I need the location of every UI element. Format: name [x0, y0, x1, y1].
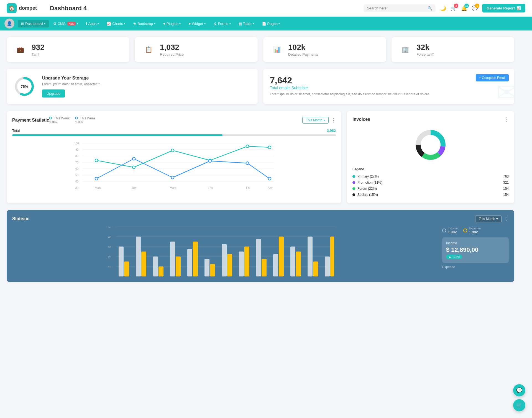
nav-item-forms[interactable]: 🖨 Forms ▾	[210, 20, 234, 27]
nav-apps-label: Apps	[88, 22, 97, 26]
nav-item-bootstrap[interactable]: ★ Bootstrap ▾	[130, 20, 159, 27]
generate-report-button[interactable]: Generate Report 📊	[482, 4, 525, 12]
forms-icon: 🖨	[213, 22, 217, 26]
total-bar-fill	[12, 134, 222, 136]
widget-icon: ♥	[188, 22, 191, 26]
shop-badge: 2	[454, 4, 458, 8]
income-legend: Income 1.982	[442, 227, 458, 234]
nav-item-widget[interactable]: ♥ Widget ▾	[185, 20, 209, 27]
required-price-label: Required Price	[160, 52, 184, 57]
nav-item-charts[interactable]: 📈 Charts ▾	[103, 20, 129, 27]
nav-item-pages[interactable]: 📄 Pages ▾	[259, 20, 283, 27]
header: 🏠 dompet Dashboard 4 🔍 🌙 🛒 2 🔔 12 💬 5 Ge…	[0, 0, 532, 17]
search-icon: 🔍	[428, 6, 432, 11]
statistic-controls: This Month ▾ ⋮	[475, 216, 509, 222]
tariff-value: 932	[32, 43, 45, 52]
search-bar[interactable]: 🔍	[364, 4, 436, 12]
legend-this-week-1: This Week 1.982	[49, 116, 70, 124]
logo-text: dompet	[19, 5, 37, 11]
stat-card-payments: 📊 102k Detalled Payments	[263, 37, 386, 62]
search-input[interactable]	[367, 6, 425, 10]
shop-icon-btn[interactable]: 🛒 2	[451, 5, 457, 11]
payment-chart-header: Payment Statistic This Week 1.982 This W…	[12, 116, 336, 124]
svg-rect-72	[308, 237, 313, 276]
storage-donut: 75%	[13, 75, 35, 98]
svg-text:40: 40	[108, 236, 111, 239]
legend-primary: Primary (27%) 763	[352, 173, 509, 179]
svg-rect-75	[330, 237, 334, 276]
svg-point-19	[171, 149, 174, 152]
upgrade-button[interactable]: Upgrade	[42, 89, 65, 98]
statistic-header: Statistic This Month ▾ ⋮	[12, 216, 509, 222]
svg-text:70: 70	[75, 161, 79, 164]
page-title: Dashboard 4	[50, 5, 359, 12]
nav-pages-label: Pages	[267, 22, 278, 26]
payment-chart-title: Payment Statistic	[12, 118, 49, 123]
nav-item-table[interactable]: ▦ Table ▾	[235, 20, 257, 27]
primary-label: Primary (27%)	[357, 175, 379, 178]
table-icon: ▦	[239, 22, 242, 26]
charts-row: Payment Statistic This Week 1.982 This W…	[7, 111, 514, 203]
svg-rect-55	[158, 266, 163, 276]
socials-value: 154	[503, 193, 509, 197]
upgrade-text: Upgrade Your Storage Lorem ipsum dolor s…	[42, 76, 100, 98]
more-options-icon[interactable]: ⋮	[331, 117, 336, 123]
svg-text:10: 10	[108, 266, 111, 269]
statistic-more-icon[interactable]: ⋮	[504, 216, 509, 222]
income-box: Income $ 12,890,00 ▲ +15%	[442, 237, 509, 263]
income-amount: $ 12,890,00	[446, 246, 505, 253]
nav-item-cms[interactable]: ⚙ CMS New ▾	[50, 20, 81, 27]
svg-text:30: 30	[108, 246, 111, 249]
expense-circle	[463, 229, 467, 232]
statistic-month-button[interactable]: This Month ▾	[475, 216, 502, 222]
expense-legend-value: 1.982	[469, 230, 481, 234]
total-value: 3.982	[327, 129, 336, 133]
chevron-down-icon-widget: ▾	[204, 22, 206, 25]
svg-rect-59	[193, 242, 198, 276]
nav-item-dashboard[interactable]: ⊞ Dashboard ▾	[18, 20, 49, 27]
bar-chart-svg: 50 40 30 20 10	[12, 227, 431, 276]
chart-bar-icon: 📊	[270, 43, 284, 57]
building-icon: 🏢	[398, 43, 412, 57]
legend-promotion: Promotion (11%) 321	[352, 179, 509, 186]
svg-rect-73	[313, 261, 318, 276]
nav-item-apps[interactable]: ℹ Apps ▾	[83, 20, 103, 27]
upgrade-desc: Lorem ipsum dolor sit amet, onsectetur.	[42, 82, 100, 86]
briefcase-icon: 💼	[13, 43, 27, 57]
bell-icon-btn[interactable]: 🔔 12	[461, 5, 467, 11]
invoices-title: Invoices	[352, 117, 370, 122]
svg-text:Fri: Fri	[246, 186, 250, 189]
main-content: 💼 932 Tariff 📋 1,032 Required Price 📊 10…	[0, 30, 521, 289]
svg-rect-60	[204, 259, 209, 276]
apps-icon: ℹ	[86, 22, 87, 26]
svg-rect-56	[170, 242, 175, 276]
svg-rect-70	[290, 247, 295, 276]
force-tariff-label: Force tariff	[416, 52, 434, 57]
primary-value: 763	[503, 175, 509, 178]
forum-label: Forum (22%)	[357, 187, 377, 191]
stat-legend-row: Income 1.982 Expense 1.982	[442, 227, 509, 234]
bar-chart-area: 50 40 30 20 10	[12, 227, 431, 276]
legend-dot-teal	[49, 117, 52, 119]
expense-label: Expense	[442, 265, 509, 269]
svg-rect-58	[187, 249, 192, 276]
svg-rect-67	[262, 259, 267, 276]
moon-icon[interactable]: 🌙	[440, 5, 446, 11]
payments-label: Detalled Payments	[288, 52, 318, 57]
svg-text:Mon: Mon	[95, 186, 101, 189]
chat-badge: 5	[475, 4, 479, 8]
logo: 🏠 dompet	[7, 3, 45, 13]
socials-label: Socials (15%)	[357, 193, 378, 197]
nav-table-label: Table	[243, 22, 252, 26]
chat-icon-btn[interactable]: 💬 5	[472, 5, 478, 11]
promotion-label: Promotion (11%)	[357, 181, 382, 184]
nav-widget-label: Widget	[192, 22, 203, 26]
svg-text:40: 40	[75, 180, 79, 183]
cms-badge: New	[67, 22, 76, 25]
dashboard-icon: ⊞	[21, 22, 24, 26]
this-month-button[interactable]: This Month ▾	[302, 117, 329, 124]
nav-item-plugins[interactable]: ♥ Plugins ▾	[160, 20, 184, 27]
invoices-more-icon[interactable]: ⋮	[504, 116, 509, 122]
pages-icon: 📄	[262, 22, 266, 26]
upgrade-title: Upgrade Your Storage	[42, 76, 100, 81]
